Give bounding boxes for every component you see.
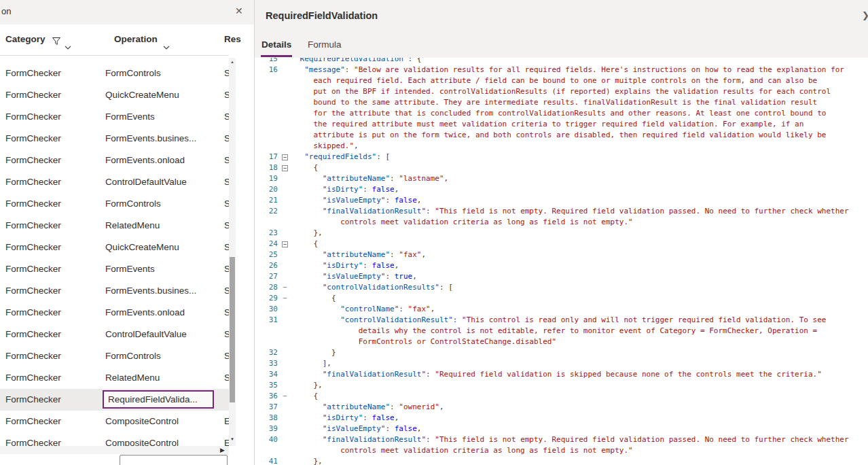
details-header-bar: RequiredFieldValidation ❯ (255, 0, 868, 33)
vertical-scrollbar[interactable]: ▲ ▼ (229, 58, 236, 446)
tab-details[interactable]: Details (261, 33, 291, 58)
code-line: each required field. Each attribute / fi… (255, 75, 868, 86)
table-row[interactable]: FormCheckerControlDefaultValueS (0, 324, 229, 345)
table-row[interactable]: FormCheckerFormEvents.busines...S (0, 280, 229, 302)
horizontal-scrollbar[interactable]: ▶ (0, 446, 229, 454)
table-row[interactable]: FormCheckerFormControlsS (0, 193, 229, 215)
code-text: "finalValidationResult": "This field is … (292, 434, 849, 445)
table-row[interactable]: FormCheckerQuickCreateMenuS (0, 237, 229, 258)
scroll-right-icon[interactable]: ▶ (220, 446, 225, 454)
column-header-operation[interactable]: Operation (114, 34, 158, 44)
fold-toggle-icon (278, 173, 292, 184)
code-text: "requiredFields": [ (292, 152, 390, 162)
fold-toggle-icon[interactable]: − (278, 391, 292, 402)
category-cell: FormChecker (5, 128, 61, 150)
line-number: 35 (255, 380, 278, 391)
column-header-result[interactable]: Res (224, 34, 241, 44)
scroll-down-icon[interactable]: ▼ (229, 437, 236, 441)
fold-toggle-icon[interactable]: − (278, 239, 292, 249)
fold-toggle-icon (278, 424, 292, 434)
table-row[interactable]: FormCheckerFormControlsS (0, 345, 229, 367)
filter-funnel-icon[interactable] (52, 36, 61, 48)
table-row[interactable]: FormCheckerFormEvents.onloadS (0, 302, 229, 324)
table-row[interactable]: FormCheckerRelatedMenuS (0, 367, 229, 389)
code-text: "isValueEmpty": false, (292, 195, 421, 206)
code-line: 32} (255, 347, 868, 358)
fold-toggle-icon (278, 358, 292, 369)
line-number: 29 (255, 293, 278, 304)
scrollbar-thumb[interactable] (230, 257, 235, 402)
code-line: 39"isValueEmpty": false, (255, 424, 868, 434)
code-line: attribute is put on the form twice, and … (255, 130, 868, 141)
category-cell: FormChecker (5, 150, 61, 171)
table-row[interactable]: FormCheckerControlDefaultValueS (0, 171, 229, 193)
line-number: 37 (255, 402, 278, 413)
json-code-viewer[interactable]: 15"RequiredFieldValidation": {16"message… (255, 58, 868, 465)
event-table-body: FormCheckerFormControlsSFormCheckerQuick… (0, 63, 229, 446)
line-number: 18 (255, 162, 278, 173)
fold-toggle-icon[interactable]: − (278, 293, 292, 304)
chevron-down-icon[interactable] (65, 40, 71, 52)
result-cell: S (224, 237, 229, 258)
code-text: ], (292, 358, 331, 369)
code-line: 24−{ (255, 239, 868, 249)
code-line: 23}, (255, 228, 868, 239)
code-text: bound to the same attribute. They are in… (292, 97, 817, 108)
table-row[interactable]: FormCheckerRelatedMenuS (0, 215, 229, 237)
chevron-right-icon[interactable]: ❯ (862, 10, 868, 20)
code-line: 40"finalValidationResult": "This field i… (255, 434, 868, 445)
table-row[interactable]: FormCheckerFormControlsS (0, 63, 229, 84)
code-line: 28−"controlValidationResults": [ (255, 282, 868, 293)
code-text: "message": "Below are validation results… (292, 65, 844, 75)
fold-toggle-icon (278, 58, 292, 65)
result-cell: S (224, 150, 229, 171)
panel-title-clipped: on (1, 6, 11, 16)
result-cell: S (224, 63, 229, 84)
fold-toggle-icon (278, 260, 292, 271)
code-text: put on the BPF if intended. controlValid… (292, 86, 831, 97)
table-row[interactable]: FormCheckerFormEvents.onloadS (0, 150, 229, 171)
fold-toggle-icon[interactable]: − (278, 282, 292, 293)
line-number: 32 (255, 347, 278, 358)
table-row[interactable]: FormCheckerQuickCreateMenuS (0, 84, 229, 106)
chevron-down-icon[interactable] (163, 40, 170, 52)
fold-toggle-icon[interactable]: − (278, 152, 292, 162)
category-cell: FormChecker (5, 367, 61, 389)
code-line: 27"isValueEmpty": true, (255, 271, 868, 282)
code-line: 34"finalValidationResult": "Required fie… (255, 369, 868, 380)
bottom-input-field[interactable] (120, 455, 228, 465)
table-row[interactable]: FormCheckerFormEvents.busines...S (0, 128, 229, 150)
code-text: { (292, 162, 318, 173)
line-number: 36 (255, 391, 278, 402)
table-row[interactable]: FormCheckerCompositeControlE (0, 432, 229, 446)
code-text: "isDirty": false, (292, 184, 399, 195)
operation-cell: CompositeControl (105, 411, 179, 432)
fold-toggle-icon (278, 119, 292, 130)
operation-cell: FormEvents.busines... (105, 128, 196, 150)
code-text: }, (292, 228, 323, 239)
code-text: { (292, 239, 318, 249)
fold-toggle-icon (278, 445, 292, 456)
result-cell: S (224, 302, 229, 324)
table-row[interactable]: FormCheckerCompositeControlE (0, 411, 229, 432)
operation-cell: FormControls (105, 63, 161, 84)
code-line: put on the BPF if intended. controlValid… (255, 86, 868, 97)
tab-formula[interactable]: Formula (308, 33, 342, 58)
fold-toggle-icon[interactable]: − (278, 162, 292, 173)
fold-toggle-icon (278, 326, 292, 337)
fold-toggle-icon (278, 97, 292, 108)
close-icon[interactable]: ✕ (235, 5, 243, 16)
table-row[interactable]: FormCheckerFormEventsS (0, 258, 229, 280)
line-number (255, 75, 278, 86)
scroll-up-icon[interactable]: ▲ (229, 60, 236, 64)
table-row[interactable]: FormCheckerFormEventsS (0, 106, 229, 128)
code-line: 20"isDirty": false, (255, 184, 868, 195)
code-text: controls meet validation criteria as lon… (292, 217, 633, 228)
fold-toggle-icon (278, 337, 292, 347)
fold-toggle-icon (278, 347, 292, 358)
fold-toggle-icon (278, 195, 292, 206)
result-cell: S (224, 367, 229, 389)
line-number: 20 (255, 184, 278, 195)
table-row[interactable]: FormCheckerRequiredFieldValida... (0, 389, 229, 411)
column-header-category[interactable]: Category (5, 34, 46, 44)
